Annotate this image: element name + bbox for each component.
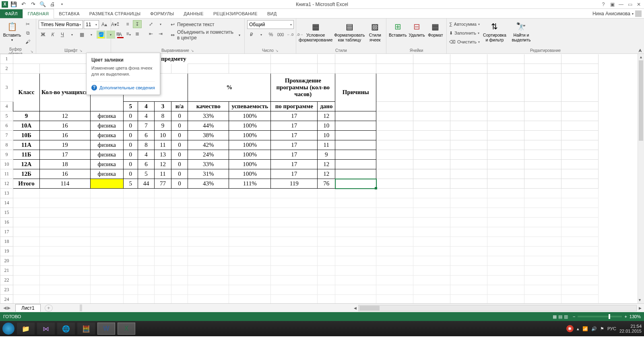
save-button[interactable]: 💾: [10, 1, 18, 8]
autosum-button[interactable]: ∑Автосумма▾: [449, 20, 480, 28]
align-top-button[interactable]: ↥: [114, 20, 122, 28]
dialog-launcher-icon[interactable]: ↘: [191, 49, 194, 53]
collapse-ribbon-button[interactable]: ⮝: [638, 48, 642, 53]
accounting-more-button[interactable]: ▾: [257, 31, 266, 39]
clock[interactable]: 21:54 22.01.2015: [619, 324, 642, 333]
nav-next-icon[interactable]: ▶: [7, 305, 10, 311]
increase-decimal-button[interactable]: ←.0: [286, 31, 295, 39]
vertical-scrollbar[interactable]: ▲ ▼: [638, 54, 644, 303]
tab-review[interactable]: РЕЦЕНЗИРОВАНИЕ: [208, 9, 262, 18]
page-layout-view-icon[interactable]: ▤: [558, 314, 562, 319]
sort-filter-button[interactable]: ⇅Сортировка и фильтр: [483, 20, 506, 47]
bold-button[interactable]: Ж: [39, 31, 47, 39]
clear-button[interactable]: ⌫Очистить▾: [449, 38, 480, 46]
horizontal-scrollbar[interactable]: ◀ ▶: [358, 305, 637, 311]
dialog-launcher-icon[interactable]: ↘: [275, 49, 279, 53]
merge-center-button[interactable]: ⇔Объединить и поместить в центре▾: [169, 31, 242, 39]
sheet-nav[interactable]: ◀▶: [0, 305, 14, 311]
tray-app-icon[interactable]: ✱: [566, 325, 574, 332]
percent-format-button[interactable]: %: [266, 31, 275, 39]
tooltip-more-link[interactable]: ?Дополнительные сведения: [91, 81, 155, 90]
align-right-button[interactable]: ≣: [133, 30, 142, 38]
zoom-thumb[interactable]: [609, 314, 610, 319]
copy-button[interactable]: ⧉: [23, 29, 32, 37]
nav-prev-icon[interactable]: ◀: [3, 305, 6, 311]
qat-customize-button[interactable]: ▾: [58, 1, 66, 8]
borders-more-button[interactable]: ▾: [87, 31, 96, 39]
help-button[interactable]: ?: [600, 2, 607, 7]
close-button[interactable]: ✕: [635, 2, 642, 7]
restore-button[interactable]: ▭: [626, 2, 634, 7]
format-as-table-button[interactable]: ▤Форматировать как таблицу: [334, 20, 365, 47]
zoom-in-button[interactable]: +: [624, 314, 627, 319]
tab-formulas[interactable]: ФОРМУЛЫ: [145, 9, 179, 18]
underline-more-button[interactable]: ▾: [68, 31, 76, 39]
word-taskbar-button[interactable]: W: [97, 323, 115, 335]
orientation-button[interactable]: ⤢: [147, 20, 155, 28]
cell-styles-button[interactable]: ▨Стили ячеек: [367, 20, 384, 47]
format-cells-button[interactable]: ▦Формат: [427, 20, 444, 47]
scroll-up-button[interactable]: ▲: [638, 54, 644, 60]
dialog-launcher-icon[interactable]: ↘: [30, 49, 33, 53]
paste-button[interactable]: 📋 Вставить ▾: [2, 20, 22, 47]
scroll-down-button[interactable]: ▼: [638, 297, 642, 303]
fill-color-button[interactable]: 🪣: [97, 31, 105, 39]
format-painter-button[interactable]: 🖌: [23, 38, 32, 46]
insert-cells-button[interactable]: ⊞Вставить: [389, 20, 407, 47]
dialog-launcher-icon[interactable]: ↘: [79, 49, 83, 53]
redo-button[interactable]: ↷: [29, 1, 37, 8]
increase-font-button[interactable]: A▴: [100, 21, 109, 29]
align-middle-button[interactable]: ≡: [123, 20, 132, 28]
chrome-taskbar-button[interactable]: 🌐: [57, 323, 75, 335]
language-indicator[interactable]: РУС: [607, 326, 616, 331]
borders-button[interactable]: ▦: [77, 31, 86, 39]
tab-insert[interactable]: ВСТАВКА: [54, 9, 84, 18]
visualstudio-taskbar-button[interactable]: ⋈: [37, 323, 55, 335]
tab-data[interactable]: ДАННЫЕ: [179, 9, 208, 18]
font-color-button[interactable]: A: [116, 31, 125, 39]
calculator-taskbar-button[interactable]: 🧮: [77, 323, 95, 335]
zoom-value[interactable]: 130%: [630, 314, 641, 319]
scroll-thumb[interactable]: [359, 306, 380, 311]
find-select-button[interactable]: 🔭Найти и выделить: [510, 20, 533, 47]
zoom-out-button[interactable]: −: [573, 314, 575, 319]
minimize-button[interactable]: —: [617, 2, 625, 7]
new-sheet-button[interactable]: +: [45, 304, 53, 312]
underline-button[interactable]: Ч: [58, 31, 67, 39]
scroll-thumb[interactable]: [639, 60, 643, 141]
tab-file[interactable]: ФАЙЛ: [0, 9, 23, 18]
tab-view[interactable]: ВИД: [262, 9, 282, 18]
page-break-view-icon[interactable]: ▥: [564, 314, 568, 319]
italic-button[interactable]: К: [48, 31, 57, 39]
font-name-combo[interactable]: Times New Roma▾: [39, 20, 83, 29]
zoom-control[interactable]: − + 130%: [573, 314, 641, 319]
print-preview-button[interactable]: 🔍: [39, 1, 47, 8]
action-center-icon[interactable]: ⚑: [600, 326, 604, 331]
explorer-taskbar-button[interactable]: 📁: [17, 323, 35, 335]
ribbon-options-button[interactable]: ▣: [609, 2, 616, 7]
scroll-right-button[interactable]: ▶: [637, 305, 643, 311]
excel-taskbar-button[interactable]: X: [118, 323, 135, 335]
undo-button[interactable]: ↶: [19, 1, 27, 8]
comma-format-button[interactable]: 000: [276, 31, 285, 39]
scroll-left-button[interactable]: ◀: [352, 305, 358, 311]
normal-view-icon[interactable]: ▦: [553, 314, 557, 319]
font-size-combo[interactable]: 11▾: [84, 20, 99, 29]
number-format-combo[interactable]: Общий▾: [247, 20, 294, 29]
view-shortcuts[interactable]: ▦▤▥: [552, 314, 569, 319]
active-cell[interactable]: [335, 179, 376, 189]
delete-cells-button[interactable]: ⊟Удалить: [409, 20, 425, 47]
quick-print-button[interactable]: 🖨: [48, 1, 56, 8]
tab-scroll-split[interactable]: [80, 304, 82, 311]
tab-home[interactable]: ГЛАВНАЯ: [23, 9, 54, 19]
conditional-formatting-button[interactable]: ▦Условное форматирование: [299, 20, 332, 47]
user-account[interactable]: Нина Анисимова ▾: [592, 10, 642, 17]
align-bottom-button[interactable]: ↧: [133, 20, 142, 28]
decrease-indent-button[interactable]: ⇤: [147, 30, 155, 38]
orientation-more-button[interactable]: ▾: [156, 20, 165, 28]
tab-page-layout[interactable]: РАЗМЕТКА СТРАНИЦЫ: [85, 9, 146, 18]
fill-button[interactable]: ⬇Заполнить▾: [449, 29, 480, 37]
wrap-text-button[interactable]: ↩Перенести текст: [169, 20, 242, 29]
zoom-slider[interactable]: [578, 316, 622, 317]
increase-indent-button[interactable]: ⇥: [156, 30, 165, 38]
